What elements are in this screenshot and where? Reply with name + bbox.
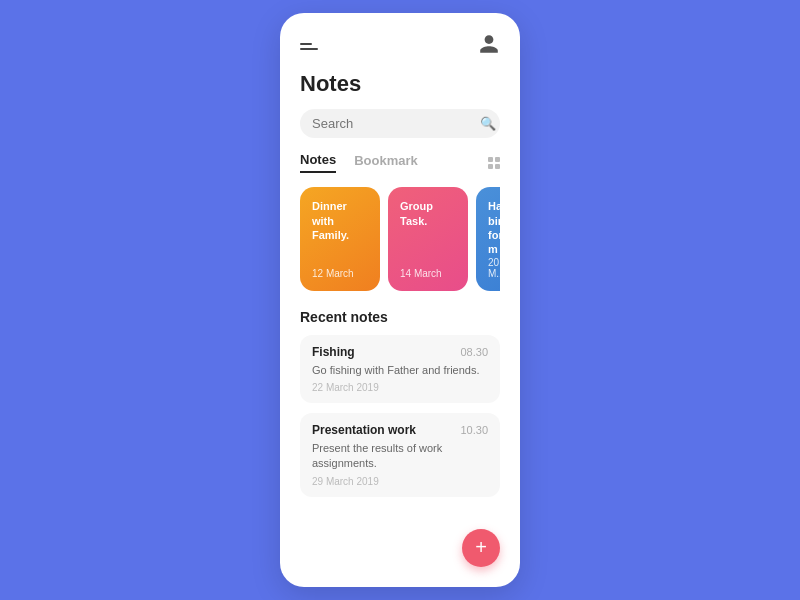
note-card-1[interactable]: Dinner with Family. 12 March xyxy=(300,187,380,290)
menu-line-2 xyxy=(300,48,318,50)
note-card-2-date: 14 March xyxy=(400,268,456,279)
grid-view-icon[interactable] xyxy=(488,157,500,169)
note-cards-list: Dinner with Family. 12 March Group Task.… xyxy=(300,187,500,290)
user-icon[interactable] xyxy=(478,33,500,59)
menu-icon[interactable] xyxy=(300,43,318,50)
recent-note-2-header: Presentation work 10.30 xyxy=(312,423,488,437)
recent-note-1-desc: Go fishing with Father and friends. xyxy=(312,363,488,378)
recent-note-1[interactable]: Fishing 08.30 Go fishing with Father and… xyxy=(300,335,500,403)
recent-note-1-header: Fishing 08.30 xyxy=(312,345,488,359)
page-title: Notes xyxy=(300,71,500,97)
recent-note-2-time: 10.30 xyxy=(460,424,488,436)
recent-note-2[interactable]: Presentation work 10.30 Present the resu… xyxy=(300,413,500,497)
note-card-3-title: Happ birth for m xyxy=(488,199,500,256)
search-icon: 🔍 xyxy=(480,116,496,131)
tabs-bar: Notes Bookmark xyxy=(300,152,500,173)
recent-notes-section: Recent notes Fishing 08.30 Go fishing wi… xyxy=(300,309,500,497)
recent-note-2-date: 29 March 2019 xyxy=(312,476,488,487)
note-card-1-date: 12 March xyxy=(312,268,368,279)
note-card-1-title: Dinner with Family. xyxy=(312,199,368,242)
note-card-2[interactable]: Group Task. 14 March xyxy=(388,187,468,290)
menu-line-1 xyxy=(300,43,312,45)
recent-note-1-date: 22 March 2019 xyxy=(312,382,488,393)
app-header xyxy=(300,33,500,59)
search-bar[interactable]: 🔍 xyxy=(300,109,500,138)
tab-notes[interactable]: Notes xyxy=(300,152,336,173)
recent-note-2-desc: Present the results of work assignments. xyxy=(312,441,488,472)
recent-note-1-time: 08.30 xyxy=(460,346,488,358)
recent-notes-title: Recent notes xyxy=(300,309,500,325)
search-input[interactable] xyxy=(312,116,480,131)
note-card-3-date: 20 M... xyxy=(488,257,500,279)
note-card-2-title: Group Task. xyxy=(400,199,456,228)
add-note-fab[interactable]: + xyxy=(462,529,500,567)
recent-note-1-title: Fishing xyxy=(312,345,355,359)
phone-card: Notes 🔍 Notes Bookmark Dinner with Famil… xyxy=(280,13,520,586)
tab-bookmark[interactable]: Bookmark xyxy=(354,153,418,172)
recent-note-2-title: Presentation work xyxy=(312,423,416,437)
note-card-3[interactable]: Happ birth for m 20 M... xyxy=(476,187,500,290)
